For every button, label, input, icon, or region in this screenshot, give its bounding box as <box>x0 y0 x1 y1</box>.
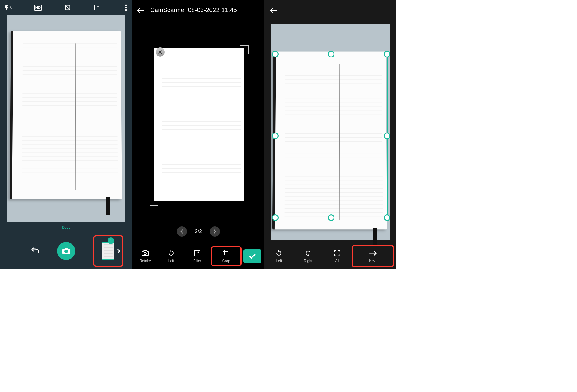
arrow-right-icon <box>369 249 377 257</box>
rotate-right-button[interactable]: Right <box>294 249 323 263</box>
crop-screen: Left Right All Next <box>264 0 396 269</box>
crop-corner-indicator <box>150 197 158 206</box>
document-title[interactable]: CamScanner 08-03-2022 11.45 <box>150 7 237 14</box>
confirm-button[interactable] <box>243 249 261 263</box>
camera-preview <box>7 15 125 222</box>
camera-icon <box>141 249 149 257</box>
mode-tab-docs[interactable]: Docs <box>59 224 73 230</box>
expand-icon <box>334 249 340 257</box>
crop-handle[interactable] <box>272 133 279 139</box>
delete-page-button[interactable] <box>156 47 165 57</box>
svg-point-3 <box>125 7 127 8</box>
svg-rect-6 <box>194 250 200 256</box>
prev-page-button[interactable] <box>177 226 187 237</box>
crop-handle[interactable] <box>272 214 279 221</box>
more-menu-icon[interactable] <box>125 4 127 11</box>
crop-top-bar <box>264 0 396 21</box>
enhance-icon[interactable] <box>93 4 100 11</box>
grid-toggle-icon[interactable] <box>64 4 71 11</box>
edit-toolbar: Retake Left Filter Crop <box>132 243 264 269</box>
capture-count-badge: 1 <box>108 237 114 244</box>
scanned-page-preview[interactable] <box>154 48 244 201</box>
rotate-left-icon <box>168 249 175 257</box>
next-button[interactable]: Next <box>352 245 394 267</box>
crop-handle[interactable] <box>384 133 390 139</box>
retake-button[interactable]: Retake <box>132 249 158 263</box>
crop-handle[interactable] <box>328 51 334 57</box>
document-preview <box>10 31 122 199</box>
chevron-right-icon <box>117 248 120 254</box>
crop-frame[interactable] <box>275 54 388 218</box>
crop-toolbar: Left Right All Next <box>264 243 396 269</box>
svg-rect-1 <box>94 5 99 10</box>
crop-handle[interactable] <box>384 214 390 221</box>
rotate-left-button[interactable]: Left <box>158 249 185 263</box>
filter-icon <box>194 249 200 257</box>
edit-screen: CamScanner 08-03-2022 11.45 2/2 Retak <box>132 0 264 269</box>
shutter-button[interactable] <box>57 242 75 260</box>
crop-handle[interactable] <box>384 51 390 57</box>
rotate-right-icon <box>304 249 312 257</box>
select-all-button[interactable]: All <box>323 249 352 263</box>
crop-icon <box>223 249 230 257</box>
capture-bottom-bar: 1 <box>0 233 132 269</box>
edit-top-bar: CamScanner 08-03-2022 11.45 <box>132 0 264 21</box>
filter-button[interactable]: Filter <box>184 249 210 263</box>
capture-screen: A HD Docs <box>0 0 132 269</box>
back-icon[interactable] <box>137 8 145 14</box>
svg-point-2 <box>125 5 127 6</box>
svg-point-5 <box>144 252 146 255</box>
crop-handle[interactable] <box>328 214 334 221</box>
crop-handle[interactable] <box>272 51 279 57</box>
hd-icon[interactable]: HD <box>34 5 42 11</box>
page-indicator: 2/2 <box>195 228 202 234</box>
rotate-left-icon <box>275 249 282 257</box>
captured-thumbnail-button[interactable]: 1 <box>93 235 123 267</box>
flash-auto-icon[interactable]: A <box>4 4 12 11</box>
undo-icon[interactable] <box>30 247 40 255</box>
rotate-left-button[interactable]: Left <box>264 249 294 263</box>
svg-point-4 <box>125 9 127 11</box>
crop-button[interactable]: Crop <box>211 246 242 266</box>
next-page-button[interactable] <box>210 226 220 237</box>
page-navigator: 2/2 <box>132 226 264 237</box>
back-icon[interactable] <box>270 8 278 14</box>
capture-top-toolbar: A HD <box>0 0 132 15</box>
